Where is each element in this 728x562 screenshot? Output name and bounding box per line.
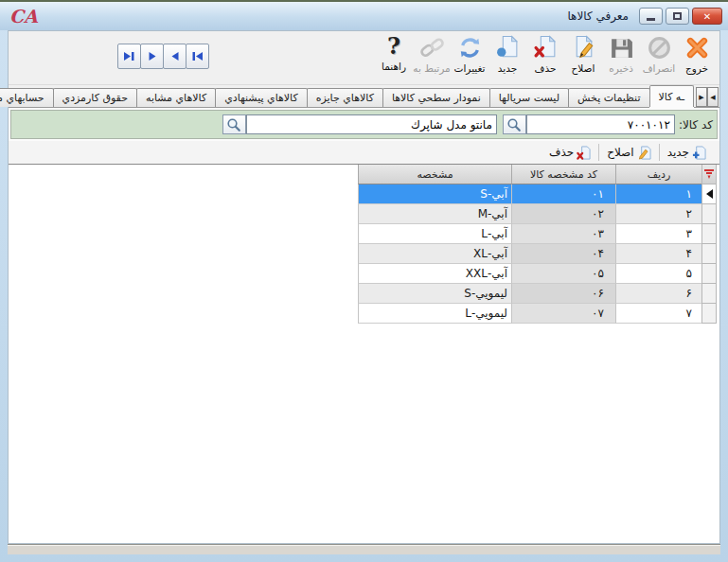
tab-bonus-goods[interactable]: كالاهاي جايزه <box>307 88 383 107</box>
nav-first-button[interactable] <box>186 44 209 69</box>
row-edit-button[interactable]: اصلاح <box>599 142 658 163</box>
tab-distribution-settings[interactable]: تنظيمات پخش <box>568 88 649 107</box>
row-edit-label: اصلاح <box>607 146 633 159</box>
product-code-input[interactable] <box>526 114 675 134</box>
help-button[interactable]: ? راهنما <box>375 34 413 83</box>
attr-value: آبي-XXL <box>466 267 507 280</box>
edit-button[interactable]: اصلاح <box>564 34 602 83</box>
action-bar: جديد اصلاح حذف <box>9 141 719 165</box>
row-indicator-cell <box>701 244 717 264</box>
row-indicator-cell <box>701 224 717 244</box>
column-header-attr-code[interactable]: كد مشخصه كالا <box>511 165 615 184</box>
window-title: معرفي كالاها <box>567 9 629 23</box>
attr-value: ليمويي-S <box>464 287 507 300</box>
status-bar <box>8 544 720 554</box>
maximize-icon <box>673 12 682 20</box>
nav-last-button[interactable] <box>117 44 141 69</box>
tab-serial-list[interactable]: ليست سريالها <box>489 88 569 107</box>
tab-scroll-left-button[interactable]: ◀ <box>707 87 719 107</box>
pencil-icon <box>637 146 651 160</box>
new-label: جديد <box>498 62 517 74</box>
toolbar: خروج انصراف ذخيره <box>9 31 719 85</box>
column-header-attribute[interactable]: مشخصه <box>358 165 511 184</box>
row-indicator-cell <box>701 184 717 204</box>
name-search-button[interactable] <box>222 114 246 134</box>
attr-value: ليمويي-L <box>465 307 507 320</box>
table-row[interactable]: ۲ ۰۲ آبي-M <box>358 204 717 224</box>
changes-label: تغييرات <box>454 62 486 74</box>
triangle-left-icon: ◀ <box>710 94 715 101</box>
save-button: ذخيره <box>602 34 640 83</box>
changes-button[interactable]: تغييرات <box>451 34 488 83</box>
table-row[interactable]: ۷ ۰۷ ليمويي-L <box>358 304 717 324</box>
row-indicator-cell <box>701 304 717 324</box>
bar-triangle-left-icon <box>191 51 204 61</box>
separator <box>659 144 660 161</box>
row-new-button[interactable]: جديد <box>660 142 714 163</box>
tab-related-accounts[interactable]: حسابهاي مرتبط <box>0 88 54 107</box>
attr-code: ۰۶ <box>592 287 604 300</box>
attr-code: ۰۲ <box>592 207 604 220</box>
filter-funnel-icon <box>703 168 715 180</box>
table-row[interactable]: ۶ ۰۶ ليمويي-S <box>358 284 717 304</box>
title-bar: CA معرفي كالاها ✕ <box>0 2 728 30</box>
new-paper-icon <box>495 35 521 61</box>
tab-scroll-right-button[interactable]: ▶ <box>696 87 707 107</box>
filter-bar: كد كالا: <box>9 108 719 141</box>
row-number: ۴ <box>686 247 692 260</box>
row-number: ۵ <box>686 267 692 280</box>
exit-x-icon <box>684 35 710 61</box>
new-button[interactable]: جديد <box>488 34 526 83</box>
delete-label: حذف <box>535 62 557 74</box>
product-code-label: كد كالا: <box>679 118 713 132</box>
attr-code: ۰۴ <box>592 247 604 260</box>
row-number: ۷ <box>686 307 692 320</box>
cancel-label: انصراف <box>643 62 676 74</box>
row-delete-label: حذف <box>549 146 574 159</box>
table-row[interactable]: ۱ ۰۱ آبي-S <box>358 184 717 204</box>
product-name-input[interactable] <box>246 114 497 134</box>
tab-commission-rights[interactable]: حقوق كارمزدي <box>53 88 137 107</box>
exit-label: خروج <box>685 62 708 74</box>
triangle-right-icon <box>148 51 157 61</box>
related-label: مرتبط به <box>413 62 450 74</box>
help-question-icon: ? <box>387 34 400 59</box>
filter-panel: كد كالا: <box>10 110 718 139</box>
attr-code: ۰۳ <box>592 227 604 240</box>
tab-strip: ▶ ◀ ـه كالا تنظيمات پخش ليست سريالها نمو… <box>9 85 719 108</box>
close-icon: ✕ <box>703 11 711 22</box>
tab-suggested-goods[interactable]: كالاهاي پيشنهادي <box>215 88 308 107</box>
attr-code: ۰۱ <box>592 187 604 201</box>
exit-button[interactable]: خروج <box>678 34 716 83</box>
row-number: ۱ <box>686 187 692 201</box>
record-navigator <box>117 44 209 69</box>
separator <box>598 144 599 161</box>
close-button[interactable]: ✕ <box>692 8 722 25</box>
minimize-button[interactable] <box>639 8 663 25</box>
filter-header-cell[interactable] <box>701 165 717 184</box>
tab-similar-goods[interactable]: كالاهاي مشابه <box>136 88 216 107</box>
tab-surface-chart[interactable]: نمودار سطحي كالاها <box>382 88 490 107</box>
attr-code: ۰۷ <box>592 307 604 320</box>
table-header-row: رديف كد مشخصه كالا مشخصه <box>358 165 717 184</box>
triangle-right-icon: ▶ <box>699 94 703 101</box>
table-row[interactable]: ۵ ۰۵ آبي-XXL <box>358 264 717 284</box>
code-search-button[interactable] <box>503 114 526 134</box>
table-row[interactable]: ۴ ۰۴ آبي-XL <box>358 244 717 264</box>
delete-paper-icon <box>533 35 559 61</box>
row-delete-button[interactable]: حذف <box>542 142 598 163</box>
client-area: خروج انصراف ذخيره <box>8 30 720 544</box>
minimize-icon <box>647 18 655 21</box>
attr-value: آبي-M <box>478 207 507 220</box>
nav-next-button[interactable] <box>140 44 164 69</box>
tab-product-attributes[interactable]: ـه كالا <box>649 85 694 107</box>
table-row[interactable]: ۳ ۰۳ آبي-L <box>358 224 717 244</box>
delete-button[interactable]: حذف <box>526 34 564 83</box>
row-indicator-cell <box>701 204 717 224</box>
row-indicator-cell <box>701 264 717 284</box>
maximize-button[interactable] <box>666 8 689 25</box>
column-header-row-number[interactable]: رديف <box>615 165 701 184</box>
current-row-triangle-icon <box>706 189 713 199</box>
nav-prev-button[interactable] <box>163 44 186 69</box>
row-number: ۳ <box>686 227 692 240</box>
